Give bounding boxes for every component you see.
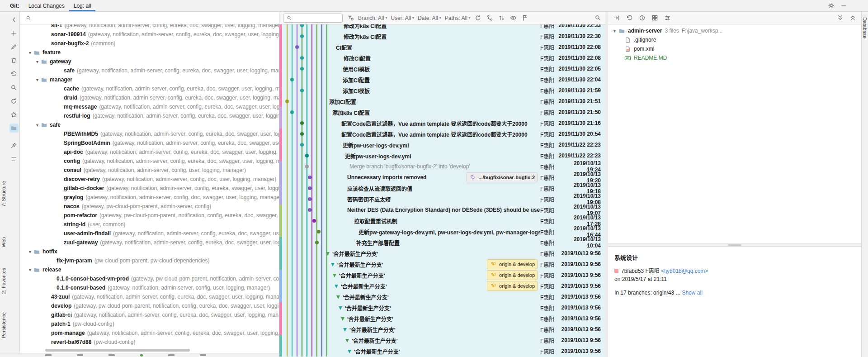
commit-row[interactable]: 添加k8s CI配置F惠阳2019/11/30 21:50: [279, 107, 605, 118]
commit-row[interactable]: 更新pw-gateway-logs-dev.yml, pw-user-logs-…: [279, 226, 605, 237]
horizontal-scrollbar[interactable]: [45, 349, 190, 352]
expand-all-icon[interactable]: [836, 14, 844, 22]
ref-label[interactable]: origin & develop: [487, 259, 538, 269]
filter-user[interactable]: User: All▾: [391, 15, 414, 21]
ref-label[interactable]: origin & develop: [487, 281, 538, 291]
delete-icon[interactable]: [9, 56, 19, 65]
branch-item-row[interactable]: 0.1.0-consul-based(gateway, notification…: [20, 283, 279, 292]
stripe-button-persistence[interactable]: Persistence: [1, 312, 6, 338]
commit-row[interactable]: 配置Code后置过滤器，Vue admin template 要求返回的code…: [279, 129, 605, 139]
chevron-down-icon[interactable]: ▾: [27, 249, 33, 254]
commit-row[interactable]: '合并最新生产分支'origin & developF惠阳2019/10/13 …: [279, 281, 605, 291]
changed-file-row[interactable]: mpom.xml: [608, 44, 861, 53]
branch-item-row[interactable]: pom-refactor(gateway, pw-cloud-pom-paren…: [20, 211, 279, 220]
branch-item-row[interactable]: revert-baf67d88(pw-cloud-config): [20, 338, 279, 347]
branch-item-row[interactable]: gitlab-ci(gateway, notification, admin-s…: [20, 310, 279, 319]
refresh-icon[interactable]: [474, 14, 482, 22]
ref-label[interactable]: .../bugfix/sonar-bugfix-2: [466, 172, 538, 182]
branch-item-row[interactable]: fix-jvm-param(pw-cloud-pom-parent, pw-cl…: [20, 256, 279, 265]
go-to-ref-icon[interactable]: [521, 14, 529, 22]
branch-folder-row[interactable]: ▾hotfix: [20, 247, 279, 256]
rollback-icon[interactable]: [625, 14, 633, 22]
chevron-down-icon[interactable]: ▾: [27, 50, 33, 55]
commit-row[interactable]: 补充生产部署配置F惠阳2019/10/13 10:04: [279, 237, 605, 248]
commit-row[interactable]: 更新pw-user-logs-dev.ymlF惠阳2019/11/22 22:2…: [279, 150, 605, 161]
branch-item-row[interactable]: mq-message(gateway, notification, admin-…: [20, 102, 279, 111]
commit-row[interactable]: 修改CI配置F惠阳2019/11/30 22:08: [279, 52, 605, 63]
commit-row[interactable]: 配置Code后置过滤器，Vue admin template 要求返回的code…: [279, 118, 605, 129]
commit-row[interactable]: 添加CI配置F惠阳2019/11/30 21:51: [279, 96, 605, 107]
branches-search-bar[interactable]: [20, 12, 279, 24]
commit-row[interactable]: '合并最新生产分支'F惠阳2019/10/13 9:56: [279, 302, 605, 313]
refresh-icon[interactable]: [9, 96, 19, 105]
commit-row[interactable]: 修改为k8s CI配置F惠阳2019/11/30 22:30: [279, 31, 605, 42]
preview-icon[interactable]: [509, 14, 518, 22]
add-icon[interactable]: [9, 29, 19, 38]
compare-branches-icon[interactable]: [486, 14, 494, 22]
commit-row[interactable]: '合并最新生产分支'F惠阳2019/10/13 9:56: [279, 248, 605, 259]
show-all-link[interactable]: Show all: [682, 290, 702, 296]
edit-icon[interactable]: [9, 42, 19, 51]
commit-row[interactable]: Neither DES (Data Encryption Standard) n…: [279, 205, 605, 215]
changed-file-row[interactable]: MDREADME.MD: [608, 53, 861, 62]
commit-row[interactable]: 使用CI模板F惠阳2019/11/30 22:05: [279, 63, 605, 74]
branch-item-row[interactable]: 0.1.0-consol-based-vm-prod(gateway, pw-c…: [20, 274, 279, 283]
branch-item-row[interactable]: PBEWithMD5(gateway, notification, admin-…: [20, 129, 279, 138]
commit-row[interactable]: '合并最新生产分支'origin & developF惠阳2019/10/13 …: [279, 259, 605, 270]
branch-item-row[interactable]: restful-log(gateway, notification, admin…: [20, 111, 279, 120]
commit-row[interactable]: 拉取配置重试机制F惠阳2019/10/13 17:28: [279, 215, 605, 226]
details-splitter[interactable]: [608, 243, 861, 247]
branch-item-row[interactable]: sit-1(gateway, notification, admin-serve…: [20, 24, 279, 30]
settings-icon[interactable]: [827, 2, 835, 10]
commit-row[interactable]: 更新pw-user-logs-dev.ymlF惠阳2019/11/22 22:2…: [279, 139, 605, 150]
ref-label[interactable]: origin & develop: [487, 270, 538, 280]
commit-row[interactable]: '合并最新生产分支'origin & developF惠阳2019/10/13 …: [279, 270, 605, 281]
tab-local-changes[interactable]: Local Changes: [24, 0, 69, 11]
commit-row[interactable]: CI配置F惠阳2019/11/30 22:08: [279, 42, 605, 52]
search-icon[interactable]: [9, 83, 19, 92]
stripe-button-7-structure[interactable]: 7: Structure: [1, 181, 6, 207]
branch-folder-row[interactable]: ▾feature: [20, 48, 279, 57]
branch-folder-row[interactable]: ▾release: [20, 265, 279, 274]
group-by-icon[interactable]: [651, 14, 659, 22]
commit-row[interactable]: '合并最新生产分支'F惠阳2019/10/13 9:56: [279, 313, 605, 324]
commit-author-email-link[interactable]: <fjy8018@qq.com>: [661, 268, 708, 274]
star-icon[interactable]: [9, 110, 19, 119]
commit-row[interactable]: 修改为k8s CI配置F惠阳2019/11/30 22:33: [279, 24, 605, 31]
branch-item-row[interactable]: develop(gateway, pw-cloud-pom-parent, no…: [20, 301, 279, 310]
commit-row[interactable]: 添加CI配置F惠阳2019/11/30 22:04: [279, 74, 605, 85]
changed-file-row[interactable]: .gitignore: [608, 35, 861, 44]
filter-paths[interactable]: Paths: All▾: [445, 15, 471, 21]
chevron-down-icon[interactable]: ▾: [34, 59, 40, 64]
branch-item-row[interactable]: patch-1(pw-cloud-config): [20, 319, 279, 328]
commit-row[interactable]: '合并最新生产分支'F惠阳2019/10/13 9:56: [279, 324, 605, 335]
chevron-down-icon[interactable]: ▾: [34, 123, 40, 128]
commit-row[interactable]: 添加CI模板F惠阳2019/11/30 21:59: [279, 85, 605, 96]
branch-item-row[interactable]: sonar-bugfix-2(common): [20, 39, 279, 48]
branch-folder-row[interactable]: ▾safe: [20, 120, 279, 129]
commit-row[interactable]: '合并最新生产分支'F惠阳2019/10/13 9:56: [279, 346, 605, 357]
jump-to-source-icon[interactable]: [613, 14, 621, 22]
branch-item-row[interactable]: druid(gateway, notification, admin-serve…: [20, 93, 279, 102]
branch-folder-row[interactable]: ▾manager: [20, 75, 279, 84]
history-icon[interactable]: [638, 14, 646, 22]
filter-settings-icon[interactable]: [663, 14, 671, 22]
branch-item-row[interactable]: cache(gateway, notification, admin-serve…: [20, 84, 279, 93]
branch-item-row[interactable]: sonar-190914(gateway, notification, admi…: [20, 30, 279, 39]
commit-row[interactable]: Merge branch 'bugfix/sonar-bugfix-2' int…: [279, 161, 605, 172]
swap-arrows-icon[interactable]: [498, 14, 506, 22]
commit-row[interactable]: Unnecessary imports removed.../bugfix/so…: [279, 172, 605, 183]
commit-row[interactable]: '合并最新生产分支'F惠阳2019/10/13 9:56: [279, 335, 605, 346]
branch-item-row[interactable]: nacos(gateway, pw-cloud-pom-parent, admi…: [20, 202, 279, 211]
branch-item-row[interactable]: discover-retry(gateway, notification, ad…: [20, 175, 279, 184]
branch-item-row[interactable]: graylog(gateway, notification, admin-ser…: [20, 193, 279, 202]
collapse-all-icon[interactable]: [849, 14, 857, 22]
branch-item-row[interactable]: 43-zuul(gateway, notification, admin-ser…: [20, 292, 279, 301]
branch-item-row[interactable]: api-doc(gateway, notification, admin-ser…: [20, 148, 279, 157]
commit-row[interactable]: '合并最新生产分支'F惠阳2019/10/13 9:56: [279, 291, 605, 302]
hide-icon[interactable]: [840, 2, 848, 10]
stripe-button-2-favorites[interactable]: 2: Favorites: [1, 268, 6, 294]
filter-date[interactable]: Date: All▾: [418, 15, 441, 21]
commit-row[interactable]: 应该检查从流读取返回的值F惠阳2019/10/13 19:18: [279, 183, 605, 194]
branch-item-row[interactable]: user-admin-findall(gateway, notification…: [20, 229, 279, 238]
